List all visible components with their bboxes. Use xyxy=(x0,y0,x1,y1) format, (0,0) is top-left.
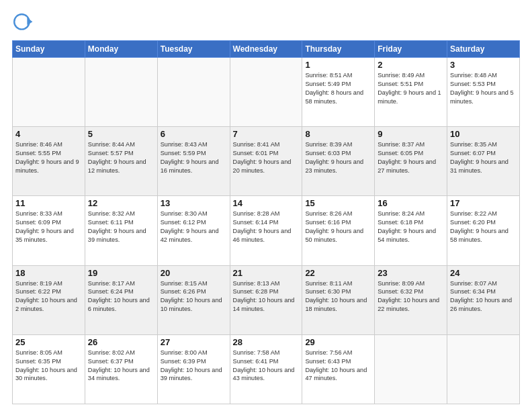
day-number: 15 xyxy=(305,198,371,208)
calendar-cell: 6Sunrise: 8:43 AM Sunset: 5:59 PM Daylig… xyxy=(157,127,230,196)
calendar-cell: 27Sunrise: 8:00 AM Sunset: 6:39 PM Dayli… xyxy=(157,334,230,404)
day-number: 18 xyxy=(15,268,82,278)
day-info: Sunrise: 8:17 AM Sunset: 6:24 PM Dayligh… xyxy=(88,279,154,314)
day-info: Sunrise: 8:30 AM Sunset: 6:12 PM Dayligh… xyxy=(161,210,227,244)
calendar-cell xyxy=(85,58,157,127)
calendar-cell xyxy=(230,58,302,127)
day-number: 17 xyxy=(450,198,517,208)
day-info: Sunrise: 8:43 AM Sunset: 5:59 PM Dayligh… xyxy=(161,140,227,175)
day-number: 29 xyxy=(305,337,371,347)
calendar-cell: 20Sunrise: 8:15 AM Sunset: 6:26 PM Dayli… xyxy=(157,265,230,334)
calendar-cell: 10Sunrise: 8:35 AM Sunset: 6:07 PM Dayli… xyxy=(447,127,520,196)
calendar-cell: 7Sunrise: 8:41 AM Sunset: 6:01 PM Daylig… xyxy=(230,127,302,196)
calendar-header-friday: Friday xyxy=(375,41,447,58)
day-info: Sunrise: 8:35 AM Sunset: 6:07 PM Dayligh… xyxy=(450,140,517,175)
day-number: 12 xyxy=(88,198,154,208)
day-number: 11 xyxy=(15,198,82,208)
day-info: Sunrise: 8:44 AM Sunset: 5:57 PM Dayligh… xyxy=(88,140,154,175)
day-info: Sunrise: 8:51 AM Sunset: 5:49 PM Dayligh… xyxy=(305,71,371,106)
day-info: Sunrise: 7:58 AM Sunset: 6:41 PM Dayligh… xyxy=(233,349,300,383)
day-info: Sunrise: 8:02 AM Sunset: 6:37 PM Dayligh… xyxy=(88,349,154,383)
day-number: 21 xyxy=(233,268,300,278)
day-info: Sunrise: 8:22 AM Sunset: 6:20 PM Dayligh… xyxy=(450,210,517,244)
calendar-header-tuesday: Tuesday xyxy=(157,41,230,58)
day-info: Sunrise: 8:37 AM Sunset: 6:05 PM Dayligh… xyxy=(378,140,444,175)
day-info: Sunrise: 8:19 AM Sunset: 6:22 PM Dayligh… xyxy=(15,279,82,314)
header xyxy=(12,12,520,34)
calendar-cell: 28Sunrise: 7:58 AM Sunset: 6:41 PM Dayli… xyxy=(230,334,302,404)
calendar-cell: 11Sunrise: 8:33 AM Sunset: 6:09 PM Dayli… xyxy=(13,196,85,265)
day-info: Sunrise: 7:56 AM Sunset: 6:43 PM Dayligh… xyxy=(305,349,371,383)
calendar-cell: 2Sunrise: 8:49 AM Sunset: 5:51 PM Daylig… xyxy=(375,58,447,127)
calendar-cell: 4Sunrise: 8:46 AM Sunset: 5:55 PM Daylig… xyxy=(13,127,85,196)
day-info: Sunrise: 8:05 AM Sunset: 6:35 PM Dayligh… xyxy=(15,349,82,383)
day-number: 6 xyxy=(161,129,227,139)
day-number: 26 xyxy=(88,337,154,347)
day-info: Sunrise: 8:49 AM Sunset: 5:51 PM Dayligh… xyxy=(378,71,444,106)
calendar-header-saturday: Saturday xyxy=(447,41,520,58)
calendar-cell: 19Sunrise: 8:17 AM Sunset: 6:24 PM Dayli… xyxy=(85,265,157,334)
calendar-cell: 1Sunrise: 8:51 AM Sunset: 5:49 PM Daylig… xyxy=(302,58,375,127)
calendar-cell: 5Sunrise: 8:44 AM Sunset: 5:57 PM Daylig… xyxy=(85,127,157,196)
day-info: Sunrise: 8:09 AM Sunset: 6:32 PM Dayligh… xyxy=(378,279,444,314)
calendar-cell: 16Sunrise: 8:24 AM Sunset: 6:18 PM Dayli… xyxy=(375,196,447,265)
day-number: 22 xyxy=(305,268,371,278)
day-info: Sunrise: 8:15 AM Sunset: 6:26 PM Dayligh… xyxy=(161,279,227,314)
day-number: 10 xyxy=(450,129,517,139)
calendar-cell: 13Sunrise: 8:30 AM Sunset: 6:12 PM Dayli… xyxy=(157,196,230,265)
day-info: Sunrise: 8:26 AM Sunset: 6:16 PM Dayligh… xyxy=(305,210,371,244)
calendar-cell: 8Sunrise: 8:39 AM Sunset: 6:03 PM Daylig… xyxy=(302,127,375,196)
calendar-cell: 12Sunrise: 8:32 AM Sunset: 6:11 PM Dayli… xyxy=(85,196,157,265)
calendar-cell xyxy=(157,58,230,127)
calendar-header-monday: Monday xyxy=(85,41,157,58)
calendar-week-row: 4Sunrise: 8:46 AM Sunset: 5:55 PM Daylig… xyxy=(13,127,520,196)
day-info: Sunrise: 8:48 AM Sunset: 5:53 PM Dayligh… xyxy=(450,71,517,106)
day-number: 20 xyxy=(161,268,227,278)
calendar-cell: 15Sunrise: 8:26 AM Sunset: 6:16 PM Dayli… xyxy=(302,196,375,265)
day-info: Sunrise: 8:46 AM Sunset: 5:55 PM Dayligh… xyxy=(15,140,82,175)
day-number: 8 xyxy=(305,129,371,139)
calendar-cell: 14Sunrise: 8:28 AM Sunset: 6:14 PM Dayli… xyxy=(230,196,302,265)
day-number: 24 xyxy=(450,268,517,278)
svg-point-0 xyxy=(14,14,29,29)
day-number: 9 xyxy=(378,129,444,139)
day-info: Sunrise: 8:41 AM Sunset: 6:01 PM Dayligh… xyxy=(233,140,300,175)
calendar-week-row: 25Sunrise: 8:05 AM Sunset: 6:35 PM Dayli… xyxy=(13,334,520,404)
logo-icon xyxy=(12,12,34,34)
day-info: Sunrise: 8:13 AM Sunset: 6:28 PM Dayligh… xyxy=(233,279,300,314)
day-number: 2 xyxy=(378,60,444,70)
calendar-cell: 24Sunrise: 8:07 AM Sunset: 6:34 PM Dayli… xyxy=(447,265,520,334)
day-number: 23 xyxy=(378,268,444,278)
day-info: Sunrise: 8:00 AM Sunset: 6:39 PM Dayligh… xyxy=(161,349,227,383)
day-info: Sunrise: 8:39 AM Sunset: 6:03 PM Dayligh… xyxy=(305,140,371,175)
calendar-cell: 25Sunrise: 8:05 AM Sunset: 6:35 PM Dayli… xyxy=(13,334,85,404)
calendar-cell: 29Sunrise: 7:56 AM Sunset: 6:43 PM Dayli… xyxy=(302,334,375,404)
calendar-cell: 17Sunrise: 8:22 AM Sunset: 6:20 PM Dayli… xyxy=(447,196,520,265)
calendar-cell: 23Sunrise: 8:09 AM Sunset: 6:32 PM Dayli… xyxy=(375,265,447,334)
calendar-cell xyxy=(375,334,447,404)
calendar-header-wednesday: Wednesday xyxy=(230,41,302,58)
day-info: Sunrise: 8:24 AM Sunset: 6:18 PM Dayligh… xyxy=(378,210,444,244)
calendar-header-row: SundayMondayTuesdayWednesdayThursdayFrid… xyxy=(13,41,520,58)
day-info: Sunrise: 8:32 AM Sunset: 6:11 PM Dayligh… xyxy=(88,210,154,244)
calendar-header-sunday: Sunday xyxy=(13,41,85,58)
day-number: 14 xyxy=(233,198,300,208)
calendar-cell: 9Sunrise: 8:37 AM Sunset: 6:05 PM Daylig… xyxy=(375,127,447,196)
calendar-week-row: 11Sunrise: 8:33 AM Sunset: 6:09 PM Dayli… xyxy=(13,196,520,265)
day-number: 28 xyxy=(233,337,300,347)
day-number: 4 xyxy=(15,129,82,139)
day-number: 5 xyxy=(88,129,154,139)
day-number: 19 xyxy=(88,268,154,278)
calendar: SundayMondayTuesdayWednesdayThursdayFrid… xyxy=(12,40,520,404)
calendar-cell: 18Sunrise: 8:19 AM Sunset: 6:22 PM Dayli… xyxy=(13,265,85,334)
calendar-cell xyxy=(447,334,520,404)
day-number: 7 xyxy=(233,129,300,139)
calendar-header-thursday: Thursday xyxy=(302,41,375,58)
day-info: Sunrise: 8:07 AM Sunset: 6:34 PM Dayligh… xyxy=(450,279,517,314)
calendar-week-row: 1Sunrise: 8:51 AM Sunset: 5:49 PM Daylig… xyxy=(13,58,520,127)
page: SundayMondayTuesdayWednesdayThursdayFrid… xyxy=(0,0,532,411)
day-number: 1 xyxy=(305,60,371,70)
calendar-week-row: 18Sunrise: 8:19 AM Sunset: 6:22 PM Dayli… xyxy=(13,265,520,334)
day-number: 13 xyxy=(161,198,227,208)
day-number: 16 xyxy=(378,198,444,208)
